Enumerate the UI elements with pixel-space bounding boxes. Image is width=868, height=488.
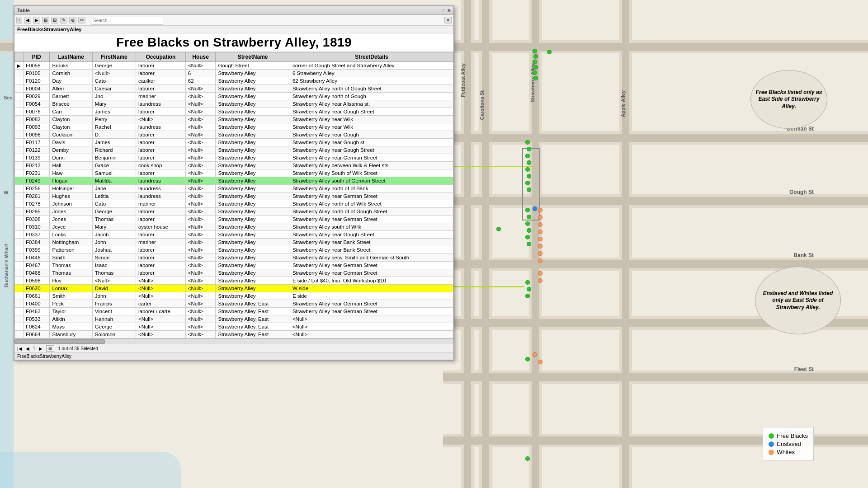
horizontal-scrollbar[interactable] [14,338,453,344]
street-label-caroltons: Caroltons St [479,90,485,120]
table-row[interactable]: F0664StansburySolomon<Null><Null>Strawbe… [15,331,453,338]
restore-button[interactable]: □ [443,8,445,13]
table-row[interactable]: F0278JohnsonCatomariner<Null>Strawberry … [15,200,453,208]
alley-box [522,148,540,221]
dot-enslaved-1 [533,206,537,211]
toolbar-icon-8[interactable]: ✂ [78,17,85,23]
toolbar-icon-1[interactable]: ↑ [16,17,22,23]
table-row[interactable]: F0295JonesGeorgelaborer<Null>Strawberry … [15,208,453,216]
street-label-apple: Apple Alley [620,90,626,117]
table-row[interactable]: F0400PeckFranciscarter<Null>Strawberry A… [15,300,453,308]
table-row[interactable]: F0117DavisJameslaborer<Null>Strawberry A… [15,139,453,146]
table-row[interactable]: F0624MaysGeorge<Null><Null>Strawberry Al… [15,323,453,331]
data-table: PID LastName FirstName Occupation House … [14,52,453,338]
legend-item-free-blacks: Free Blacks [769,432,808,439]
map-legend: Free Blacks Enslaved Whites [763,427,814,461]
table-window: Table □ ✕ ↑ ◀ ▶ ⊞ ⊟ ✎ ⊕ ✂ ✕ FreeBlacksSt… [14,5,454,361]
toolbar-icon-7[interactable]: ⊕ [69,17,76,23]
table-subtitle: FreeBlacksStrawberryAlley [14,26,453,33]
dot-free-black-20 [527,242,531,246]
dot-free-black-2 [533,54,538,59]
table-row[interactable]: F0384NottinghamJohnmariner<Null>Strawber… [15,239,453,246]
table-row[interactable]: ▶F0058BrooksGeorgelaborer<Null>Gough Str… [15,62,453,70]
table-row[interactable]: F0082ClaytonPerry<Null><Null>Strawberry … [15,116,453,123]
table-row[interactable]: F0098CocksonD.laborer<Null>Strawberry Al… [15,131,453,139]
street-label-bank: Bank St [793,252,814,258]
dot-white-10 [538,278,542,283]
dot-white-6 [538,244,542,249]
legend-label-whites: Whites [777,449,795,455]
inner-close-button[interactable]: ✕ [444,17,452,23]
table-row[interactable]: F0231HawSamuellaborer<Null>Strawberry Al… [15,169,453,177]
road-gough [443,197,868,205]
toolbar-icon-4[interactable]: ⊞ [42,17,49,23]
dot-free-black-6 [533,76,538,80]
table-row[interactable]: F0029BarnettJno.mariner<Null>Strawberry … [15,93,453,100]
table-row[interactable]: F0076CarrJameslaborer<Null>Strawberry Al… [15,108,453,116]
col-streetdetails[interactable]: StreetDetails [290,52,453,62]
table-row[interactable]: F0467ThomasIsaaclaborer<Null>Strawberry … [15,262,453,269]
toolbar-icon-5[interactable]: ⊟ [51,17,58,23]
table-row[interactable]: F0533AitkinHannah<Null><Null>Strawberry … [15,315,453,323]
table-row[interactable]: F0122DembyRichardlaborer<Null>Strawberry… [15,146,453,154]
dot-free-black-12 [527,174,531,178]
table-row[interactable]: F0004AllenCaesarlaborer<Null>Strawberry … [15,85,453,93]
table-row[interactable]: F0310JoyceMaryoyster house<Null>Strawber… [15,223,453,231]
dot-free-black-11 [525,167,530,172]
table-row[interactable]: F0399PattersonJoshualaborer<Null>Strawbe… [15,246,453,254]
table-row[interactable]: F0139DunnBenjaminlaborer<Null>Strawberry… [15,154,453,162]
table-row[interactable]: F0308JonesThomaslaborer<Null>Strawberry … [15,216,453,223]
street-label-petticoat: Petticoat Alley [460,63,466,97]
dot-free-black-13 [525,181,530,185]
col-pid[interactable]: PID [24,52,50,62]
table-row[interactable]: F0463TaylorVincentlaborer / carte<Null>S… [15,308,453,315]
nav-first[interactable]: |◀ [17,346,22,351]
table-row[interactable]: F0661SmithJohn<Null><Null>Strawberry All… [15,292,453,300]
table-row[interactable]: F0054BriscoeMarylaundress<Null>Strawberr… [15,100,453,108]
dot-free-black-7 [525,140,530,145]
table-row[interactable]: F0446SmithSimonlaborer<Null>Strawberry A… [15,254,453,262]
road-german [443,134,868,142]
legend-label-free-blacks: Free Blacks [777,432,808,439]
table-row[interactable]: F0468ThomasThomaslaborer<Null>Strawberry… [15,269,453,277]
col-house[interactable]: House [185,52,216,62]
dot-free-black-10 [527,160,531,165]
selection-info: 1 out of 36 Selected [58,346,98,351]
table-row[interactable]: F0620LomaxDavid<Null><Null>Strawberry Al… [15,285,453,292]
table-row[interactable]: F0105Cornish<Null>laborer6Strawberry All… [15,70,453,77]
col-lastname[interactable]: LastName [50,52,92,62]
col-firstname[interactable]: FirstName [92,52,136,62]
toolbar-icon-3[interactable]: ▶ [33,17,40,23]
side-label-sec: Sec [4,95,13,100]
table-row[interactable]: F0256HolsingerJanelaundress<Null>Strawbe… [15,185,453,192]
dot-white-1 [538,208,542,212]
table-row[interactable]: F0598Hoy<Null><Null><Null>Strawberry All… [15,277,453,285]
records-icon: ⊞ [46,345,54,352]
table-row[interactable]: F0249HoganMatildalaundress<Null>Strawber… [15,177,453,185]
search-input[interactable] [91,17,163,24]
dot-free-black-23 [525,294,530,298]
table-row[interactable]: F0120DayCatocaulker62Strawberry Alley62 … [15,77,453,85]
table-row[interactable]: F0213HallGracecook shop<Null>Strawberry … [15,162,453,169]
nav-prev[interactable]: ◀ [26,346,29,351]
table-row[interactable]: F0261HughesLetitialaundress<Null>Strawbe… [15,192,453,200]
legend-dot-enslaved [769,441,774,447]
dot-free-black-far-1 [547,50,552,54]
table-container: PID LastName FirstName Occupation House … [14,52,453,338]
dot-white-11 [533,352,537,357]
col-occupation[interactable]: Occupation [136,52,185,62]
scrollbar-thumb[interactable] [14,339,105,344]
nav-next[interactable]: ▶ [39,346,42,351]
toolbar-icon-6[interactable]: ✎ [60,17,67,23]
table-title: Table [17,8,30,13]
street-label-gough: Gough St [789,189,814,195]
road-caroltons [482,0,489,488]
toolbar-icon-2[interactable]: ◀ [24,17,31,23]
table-row[interactable]: F0093ClaytonRachellaundress<Null>Strawbe… [15,123,453,131]
close-button[interactable]: ✕ [447,8,451,13]
col-streetname[interactable]: StreetName [216,52,290,62]
table-row[interactable]: F0337LocksJacoblaborer<Null>Strawberry A… [15,231,453,239]
dot-free-black-15 [525,208,530,212]
legend-dot-free-blacks [769,433,774,439]
dot-white-5 [538,237,542,241]
